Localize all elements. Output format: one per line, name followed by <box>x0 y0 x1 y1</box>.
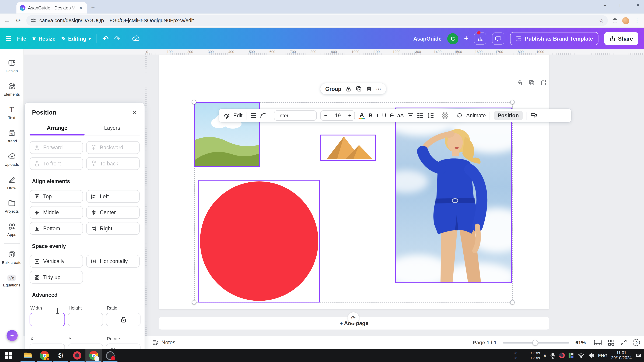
ratio-lock-button[interactable] <box>106 313 140 326</box>
close-icon[interactable]: ✕ <box>132 109 137 116</box>
tray-app-icon[interactable] <box>558 351 566 359</box>
language-indicator[interactable]: ENG <box>598 353 608 358</box>
font-size-increase[interactable]: + <box>348 112 352 119</box>
stroke-weight-icon[interactable] <box>250 112 256 119</box>
share-button[interactable]: Share <box>604 32 638 45</box>
taskbar-ring-app[interactable] <box>69 349 86 362</box>
tidy-up-button[interactable]: Tidy up <box>30 271 83 284</box>
zoom-level[interactable]: 61% <box>576 340 588 345</box>
duplicate-icon[interactable] <box>356 86 362 92</box>
microphone-icon[interactable] <box>550 352 556 359</box>
transparency-button[interactable] <box>442 112 448 119</box>
extensions-icon[interactable] <box>612 17 618 23</box>
tab-layers[interactable]: Layers <box>84 121 140 135</box>
window-close-button[interactable]: ✕ <box>635 2 641 8</box>
grid-view-icon[interactable] <box>608 339 614 346</box>
text-case-button[interactable]: aA <box>397 112 404 119</box>
delete-icon[interactable] <box>366 86 372 92</box>
animate-label[interactable]: Animate <box>466 112 486 119</box>
browser-tab[interactable]: C AsapGuide - Desktop Wallpape ✕ <box>16 2 87 14</box>
fullscreen-icon[interactable] <box>620 340 627 346</box>
backward-button[interactable]: Backward <box>86 141 140 154</box>
new-tab-button[interactable]: + <box>91 4 95 11</box>
tray-window-icon[interactable] <box>568 353 574 358</box>
editing-mode-dropdown[interactable]: ✎ Editing ▾ <box>61 35 91 42</box>
width-input[interactable] <box>30 313 65 326</box>
edit-shape-icon[interactable] <box>223 112 230 119</box>
sidebar-item-equations[interactable]: √x Equations <box>1 269 23 293</box>
url-text[interactable]: canva.com/design/DAGUQp__8G0/QFjcMiH5SOo… <box>40 18 596 23</box>
zoom-slider[interactable] <box>503 342 569 343</box>
align-left-button[interactable]: Left <box>86 190 140 203</box>
sidebar-item-projects[interactable]: Projects <box>1 194 23 218</box>
underline-button[interactable]: U <box>382 112 386 119</box>
space-vertically-button[interactable]: Vertically <box>30 255 83 268</box>
sidebar-item-apps[interactable]: Apps <box>1 218 23 241</box>
strikethrough-button[interactable]: S <box>390 112 394 119</box>
avatar[interactable]: C <box>447 33 458 44</box>
lock-icon[interactable] <box>346 86 352 92</box>
browser-menu-icon[interactable]: ⋮ <box>633 17 641 24</box>
browser-profile-avatar[interactable] <box>622 17 629 24</box>
volume-icon[interactable] <box>588 353 594 358</box>
selection-handle-bottom-right[interactable] <box>510 300 515 305</box>
align-top-button[interactable]: Top <box>30 190 83 203</box>
font-size-value[interactable]: 19 <box>335 112 341 119</box>
sidebar-item-text[interactable]: T Text <box>1 101 23 124</box>
sidebar-item-elements[interactable]: Elements <box>1 78 23 101</box>
to-back-button[interactable]: To back <box>86 157 140 170</box>
taskbar-chrome-1[interactable] <box>36 349 53 362</box>
font-family-select[interactable]: Inter <box>274 110 317 121</box>
red-circle-element[interactable] <box>198 180 320 303</box>
taskbar-settings[interactable]: ⚙ <box>52 349 69 362</box>
ai-assistant-button[interactable]: ✦ <box>7 330 18 341</box>
position-button-active[interactable]: Position <box>494 111 523 120</box>
notes-button[interactable]: Notes <box>152 336 175 349</box>
sidebar-item-draw[interactable]: Draw <box>1 171 23 195</box>
bold-button[interactable]: B <box>368 112 372 119</box>
pages-view-icon[interactable] <box>594 340 602 346</box>
line-spacing-icon[interactable] <box>428 112 434 119</box>
curve-icon[interactable] <box>260 112 266 119</box>
address-bar[interactable]: canva.com/design/DAGUQp__8G0/QFjcMiH5SOo… <box>26 15 608 26</box>
selection-handle-top-left[interactable] <box>192 100 196 104</box>
sidebar-item-design[interactable]: Design <box>1 54 23 78</box>
forward-button[interactable]: Forward <box>30 141 83 154</box>
page-duplicate-icon[interactable] <box>529 79 535 86</box>
height-input[interactable]: -- <box>68 313 103 326</box>
to-front-button[interactable]: To front <box>30 157 83 170</box>
main-menu-icon[interactable]: ☰ <box>6 35 12 42</box>
text-color-button[interactable]: A <box>359 112 365 119</box>
italic-button[interactable]: I <box>376 112 378 119</box>
text-align-icon[interactable] <box>408 112 414 119</box>
taskbar-file-explorer[interactable] <box>20 349 36 362</box>
resize-button[interactable]: ♛ Resize <box>32 35 56 42</box>
sidebar-item-bulk-create[interactable]: Bulk create <box>1 246 23 269</box>
align-middle-button[interactable]: Middle <box>30 206 83 219</box>
site-settings-icon[interactable] <box>30 18 36 23</box>
window-minimize-button[interactable]: – <box>602 2 608 8</box>
insights-button[interactable] <box>474 32 486 44</box>
start-button[interactable] <box>0 349 16 362</box>
back-icon[interactable]: ← <box>3 17 11 24</box>
font-size-decrease[interactable]: − <box>324 112 328 119</box>
tab-arrange[interactable]: Arrange <box>30 121 84 135</box>
space-horizontally-button[interactable]: Horizontally <box>86 255 140 268</box>
selection-handle-bottom-left[interactable] <box>192 300 196 305</box>
add-page-icon[interactable] <box>540 79 547 86</box>
page-lock-icon[interactable] <box>516 79 523 86</box>
action-center-icon[interactable] <box>636 352 642 359</box>
clock[interactable]: 11:01 29/10/2024 <box>611 350 632 361</box>
align-bottom-button[interactable]: Bottom <box>30 222 83 235</box>
reload-icon[interactable]: ⟳ <box>15 17 22 24</box>
more-options-button[interactable]: ••• <box>376 87 381 91</box>
file-menu[interactable]: File <box>17 35 26 42</box>
group-button[interactable]: Group <box>325 86 342 92</box>
selection-handle-top-right[interactable] <box>510 100 515 104</box>
wifi-icon[interactable] <box>578 353 585 358</box>
redo-icon[interactable]: ↷ <box>114 34 120 43</box>
sidebar-item-brand[interactable]: co Brand <box>1 124 23 148</box>
sync-page-button[interactable]: ⟳ <box>348 312 359 323</box>
animate-icon[interactable] <box>456 112 462 119</box>
add-member-button[interactable]: + <box>464 34 468 43</box>
